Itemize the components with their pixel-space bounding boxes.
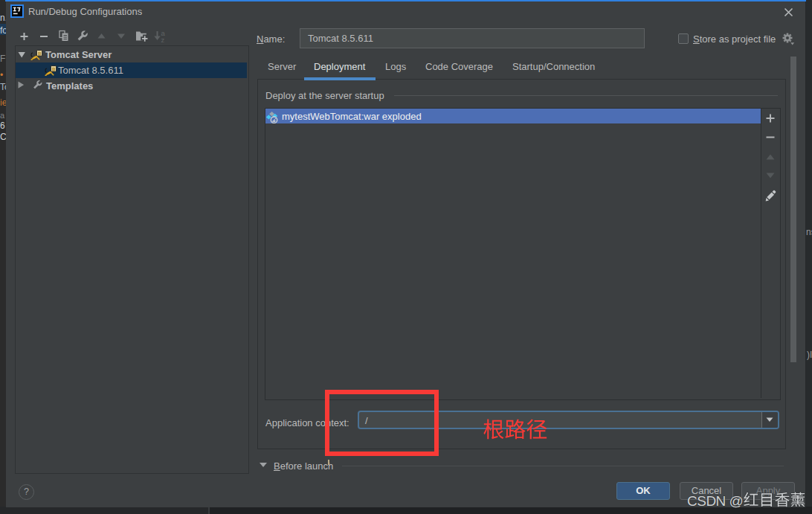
svg-text:CSDN @: CSDN @ [687,493,743,509]
svg-text:z: z [161,36,165,44]
